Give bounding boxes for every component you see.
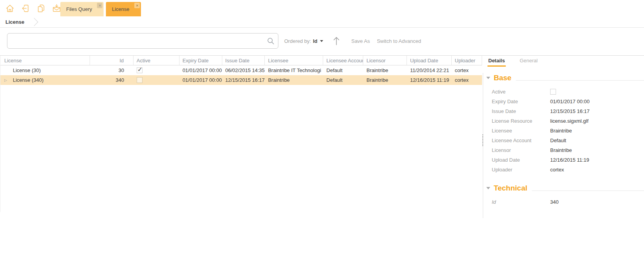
cell-expiry: 01/01/2017 00:00 <box>179 75 222 85</box>
field-value: Braintribe <box>550 147 572 153</box>
field-value: 340 <box>550 199 559 205</box>
tab-label: License <box>112 6 129 12</box>
query-controls: Ordered by: Id Save As Switch to Advance… <box>284 33 421 49</box>
field-value: 12/15/2015 16:17 <box>550 108 589 114</box>
expander-icon[interactable]: ▷ <box>4 78 13 82</box>
section-title: Technical <box>494 183 527 193</box>
search-input[interactable] <box>7 34 263 48</box>
column-header-licensee[interactable]: Licensee <box>265 56 323 65</box>
cell-expiry: 01/01/2017 00:00 <box>179 65 222 75</box>
field-label: Licensor <box>492 147 550 153</box>
copy-icon[interactable] <box>36 3 46 13</box>
tab-files-query[interactable]: Files Query× <box>60 2 104 16</box>
cell-id: 30 <box>90 65 134 75</box>
breadcrumb-chevron-icon <box>30 18 38 26</box>
table-row[interactable]: License (30)3001/01/2017 00:0006/02/2015… <box>0 65 482 75</box>
column-header-expiry-date[interactable]: Expiry Date <box>179 56 222 65</box>
content-area: LicenseIdActiveExpiry DateIssue DateLice… <box>0 55 644 254</box>
column-header-license[interactable]: License <box>0 56 90 65</box>
column-header-id[interactable]: Id <box>90 56 134 65</box>
switch-to-advanced-button[interactable]: Switch to Advanced <box>377 38 421 44</box>
cell-licensor: Braintribe <box>363 75 407 85</box>
breadcrumb[interactable]: License <box>0 16 40 27</box>
cell-active <box>134 65 179 75</box>
field-value: license.sigxml.glf <box>550 118 588 124</box>
details-panel-tabs: DetailsGeneral <box>483 56 644 67</box>
field-row-issue-date: Issue Date12/15/2015 16:17 <box>492 106 644 116</box>
section-gap <box>486 207 644 210</box>
field-row-license-resource: License Resourcelicense.sigxml.glf <box>492 116 644 126</box>
application-window: Files Query×License× License Ordered by:… <box>0 0 644 254</box>
search-icon[interactable] <box>263 34 278 48</box>
field-label: Id <box>492 199 550 205</box>
cell-licensee: Braintribe <box>265 75 323 85</box>
cell-name: License (30) <box>0 65 90 75</box>
cell-account: Default <box>323 75 363 85</box>
field-row-upload-date: Upload Date12/16/2015 11:19 <box>492 155 644 165</box>
details-panel: DetailsGeneral BaseActiveExpiry Date01/0… <box>483 56 644 227</box>
search-box <box>7 33 278 49</box>
field-row-id: Id340 <box>492 197 644 207</box>
column-header-licensee-account[interactable]: Licensee Account <box>323 56 363 65</box>
table-body: License (30)3001/01/2017 00:0006/02/2015… <box>0 65 482 85</box>
table-header-row: LicenseIdActiveExpiry DateIssue DateLice… <box>0 56 482 65</box>
ordered-by-dropdown[interactable]: Ordered by: Id <box>284 38 323 44</box>
column-header-active[interactable]: Active <box>134 56 179 65</box>
active-checkbox[interactable] <box>137 67 143 73</box>
cell-upload: 11/20/2014 22:21 <box>407 65 452 75</box>
active-checkbox[interactable] <box>137 77 143 83</box>
export-icon[interactable] <box>20 3 30 13</box>
section-base: BaseActiveExpiry Date01/01/2017 00:00Iss… <box>486 73 644 178</box>
close-icon[interactable]: × <box>97 3 102 8</box>
tab-general[interactable]: General <box>519 56 538 67</box>
section-header-base[interactable]: Base <box>486 73 644 83</box>
home-icon[interactable] <box>5 3 15 13</box>
field-value: Braintribe <box>550 128 572 134</box>
save-as-button[interactable]: Save As <box>351 38 370 44</box>
sort-direction-button[interactable] <box>332 36 341 46</box>
ordered-by-value: Id <box>313 38 318 44</box>
cell-id: 340 <box>90 75 134 85</box>
section-title: Base <box>494 73 511 83</box>
field-label: Issue Date <box>492 108 550 114</box>
field-value: 01/01/2017 00:00 <box>550 99 589 104</box>
close-icon[interactable]: × <box>134 3 140 8</box>
field-value: Default <box>550 138 566 143</box>
tab-details[interactable]: Details <box>487 56 506 67</box>
field-list: Id340 <box>486 197 644 207</box>
row-label: License (30) <box>13 67 41 73</box>
field-label: Licensee <box>492 128 550 134</box>
cell-licensor: Braintribe <box>363 65 407 75</box>
chevron-down-icon <box>320 40 323 42</box>
column-header-issue-date[interactable]: Issue Date <box>222 56 265 65</box>
tab-label: Files Query <box>66 6 92 12</box>
ordered-by-label: Ordered by: <box>284 38 311 44</box>
field-checkbox[interactable] <box>550 89 556 95</box>
field-row-licensee-account: Licensee AccountDefault <box>492 136 644 145</box>
cell-uploader: cortex <box>452 75 482 85</box>
field-row-active: Active <box>492 87 644 97</box>
table-row[interactable]: ▷License (340)34001/01/2017 00:0012/15/2… <box>0 75 482 85</box>
field-label: Uploader <box>492 167 550 173</box>
field-label: Expiry Date <box>492 99 550 104</box>
section-rule <box>532 190 644 191</box>
column-header-uploader[interactable]: Uploader <box>452 56 482 65</box>
field-label: Active <box>492 89 550 95</box>
column-header-licensor[interactable]: Licensor <box>363 56 407 65</box>
panel-splitter-handle[interactable] <box>482 134 483 146</box>
field-label: License Resource <box>492 118 550 124</box>
column-header-upload-date[interactable]: Upload Date <box>407 56 452 65</box>
section-gap <box>486 175 644 178</box>
field-value: 12/16/2015 11:19 <box>550 157 589 163</box>
field-row-expiry-date: Expiry Date01/01/2017 00:00 <box>492 97 644 106</box>
license-table: LicenseIdActiveExpiry DateIssue DateLice… <box>0 56 482 212</box>
section-header-technical[interactable]: Technical <box>486 183 644 193</box>
cell-upload: 12/16/2015 11:19 <box>407 75 452 85</box>
open-tabs: Files Query×License× <box>60 2 141 16</box>
top-toolbar: Files Query×License× <box>0 0 644 16</box>
field-row-uploader: Uploadercortex <box>492 165 644 175</box>
cell-account: Default <box>323 65 363 75</box>
section-technical: TechnicalId340 <box>486 183 644 210</box>
tab-license[interactable]: License× <box>106 2 141 16</box>
section-rule <box>516 80 644 81</box>
